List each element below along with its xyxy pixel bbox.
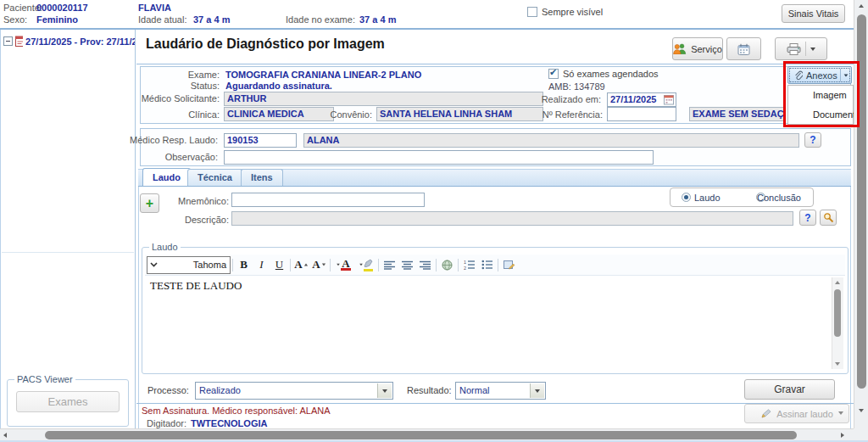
idade-atual-value: 37 a 4 m — [193, 14, 230, 25]
highlight-color-button[interactable] — [354, 256, 376, 273]
calendar-icon — [737, 43, 750, 55]
medico-resp-help-button[interactable]: ? — [804, 132, 821, 148]
schedule-button[interactable] — [726, 37, 761, 60]
font-size-down-button[interactable]: A — [310, 256, 328, 273]
study-tree-item[interactable]: 27/11/2025 - Prov: 27/11/2025 (Sc — [3, 36, 135, 47]
sexo-value: Feminino — [36, 14, 78, 25]
tab-strip: Laudo Técnica Itens — [138, 169, 851, 187]
dropdown-arrow-icon — [377, 383, 392, 398]
medico-resp-code-field[interactable]: 190153 — [224, 133, 297, 148]
content-scroll-down-icon[interactable] — [838, 411, 843, 415]
scroll-up-icon[interactable] — [835, 281, 840, 284]
horizontal-scrollbar[interactable] — [0, 428, 854, 440]
tree-expand-icon[interactable] — [3, 36, 13, 46]
bold-button[interactable]: B — [235, 256, 253, 273]
num-referencia-label: Nº Referência: — [542, 109, 603, 120]
app-window: Paciente: 0000020117 FLAVIA Sexo: Femini… — [0, 0, 868, 442]
so-exames-agendados-checkbox[interactable]: Só exames agendados — [548, 69, 659, 79]
resultado-label: Resultado: — [407, 385, 452, 395]
font-color-button[interactable]: A — [332, 256, 354, 273]
highlighter-icon — [364, 259, 373, 271]
radio-laudo[interactable] — [682, 193, 691, 202]
realizado-em-field[interactable]: 27/11/2025 — [607, 92, 676, 107]
laudo-text: TESTE DE LAUDO — [145, 276, 845, 296]
font-family-select[interactable]: Tahoma — [147, 256, 231, 274]
processo-select[interactable]: Realizado — [195, 382, 393, 400]
annotation-highlight-rect — [783, 61, 860, 127]
paciente-id: 0000020117 — [36, 3, 88, 13]
laudo-conclusao-radio-group: Laudo Conclusão — [670, 187, 814, 207]
mnemonico-field[interactable] — [231, 193, 425, 207]
scroll-up-icon[interactable] — [859, 4, 864, 8]
assinar-laudo-button[interactable]: Assinar laudo — [744, 404, 849, 423]
scroll-left-icon[interactable] — [3, 433, 7, 438]
align-center-button[interactable] — [398, 256, 416, 273]
print-dropdown-icon[interactable] — [810, 48, 815, 51]
numbered-list-button[interactable]: 12 — [460, 256, 478, 273]
align-left-button[interactable] — [381, 256, 398, 273]
sempre-visivel-checkbox[interactable]: Sempre visível — [527, 7, 603, 17]
date-picker-icon[interactable] — [664, 94, 675, 105]
tab-laudo[interactable]: Laudo — [142, 168, 191, 186]
exames-button[interactable]: Exames — [16, 391, 120, 412]
checkbox-icon — [527, 7, 537, 17]
digitador-value: TWTECNOLOGIA — [191, 418, 267, 428]
medico-solicitante-field[interactable]: ARTHUR — [224, 92, 543, 106]
scroll-right-icon[interactable] — [841, 433, 844, 438]
descricao-help-button[interactable]: ? — [799, 210, 816, 226]
exam-info-panel: Exame: TOMOGRAFIA CRANIANA LINEAR-2 PLAN… — [140, 66, 851, 124]
observacao-field[interactable] — [224, 150, 654, 165]
svg-text:1: 1 — [464, 260, 466, 265]
align-right-button[interactable] — [416, 256, 434, 273]
globe-icon — [442, 260, 453, 271]
status-label: Status: — [191, 81, 220, 91]
plus-icon: + — [146, 198, 153, 210]
tree-item-label: 27/11/2025 - Prov: 27/11/2025 (Sc — [25, 36, 135, 47]
resultado-select[interactable]: Normal — [455, 382, 546, 400]
descricao-lookup-button[interactable] — [820, 210, 837, 226]
tab-itens[interactable]: Itens — [241, 169, 283, 186]
add-mnemonico-button[interactable]: + — [140, 193, 159, 213]
laudo-text-editor[interactable]: TESTE DE LAUDO — [145, 276, 845, 371]
patient-header: Paciente: 0000020117 FLAVIA Sexo: Femini… — [0, 0, 854, 30]
radio-laudo-label: Laudo — [694, 193, 721, 203]
sedacao-field: EXAME SEM SEDAÇÃO — [689, 107, 785, 121]
print-button[interactable] — [775, 37, 827, 60]
idade-exame-value: 37 a 4 m — [359, 14, 396, 25]
edit-template-button[interactable] — [500, 256, 518, 273]
scroll-down-icon[interactable] — [859, 409, 864, 412]
exame-label: Exame: — [188, 70, 220, 80]
servico-button[interactable]: Serviço — [672, 37, 723, 60]
sidebar: 27/11/2025 - Prov: 27/11/2025 (Sc PACS V… — [0, 30, 136, 428]
italic-button[interactable]: I — [253, 256, 270, 273]
sidebar-divider — [2, 252, 134, 253]
processo-label: Processo: — [147, 385, 189, 395]
num-referencia-field[interactable] — [607, 107, 676, 121]
gravar-button[interactable]: Gravar — [744, 379, 835, 400]
font-name: Tahoma — [193, 260, 226, 270]
main-panel: Laudário de Diagnóstico por Imagem Servi… — [136, 30, 854, 428]
bullet-list-button[interactable] — [478, 256, 496, 273]
editor-scroll-thumb[interactable] — [834, 289, 841, 337]
sinais-vitais-button[interactable]: Sinais Vitais — [782, 4, 845, 23]
underline-button[interactable]: U — [270, 256, 288, 273]
pacs-viewer-legend: PACS Viewer — [14, 374, 75, 384]
digitador-label: Digitador: — [147, 418, 186, 428]
image-edit-icon — [504, 260, 515, 270]
clinica-label: Clínica: — [188, 109, 220, 120]
scroll-down-icon[interactable] — [835, 362, 840, 366]
idade-exame-label: Idade no exame: — [286, 14, 355, 25]
insert-image-button[interactable] — [438, 256, 456, 273]
editor-scrollbar[interactable] — [832, 277, 843, 369]
tab-tecnica[interactable]: Técnica — [187, 169, 242, 186]
font-size-up-button[interactable]: A — [292, 256, 310, 273]
horizontal-scroll-thumb[interactable] — [45, 431, 797, 439]
convenio-field[interactable]: SANTA HELENA LINHA SHAM — [376, 107, 543, 121]
checkbox-checked-icon — [548, 69, 559, 79]
observacao-label: Observação: — [165, 152, 218, 162]
pen-icon — [760, 409, 772, 419]
clinica-field[interactable]: CLINICA MEDICA — [224, 107, 334, 121]
dropdown-arrow-icon — [530, 383, 544, 398]
chevron-down-icon — [150, 262, 158, 267]
title-separator — [136, 64, 854, 64]
